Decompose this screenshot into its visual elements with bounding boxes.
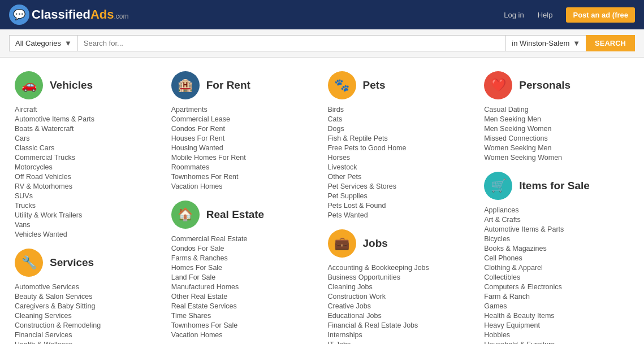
category-link[interactable]: Condos For Rent — [171, 125, 225, 133]
category-link[interactable]: Livestock — [328, 163, 357, 171]
category-link[interactable]: Financial Services — [15, 331, 72, 339]
help-link[interactable]: Help — [538, 11, 553, 19]
category-link[interactable]: Aircraft — [15, 106, 37, 114]
category-link[interactable]: Missed Connections — [484, 134, 548, 142]
search-button[interactable]: SEARCH — [586, 35, 635, 51]
category-link[interactable]: Commercial Real Estate — [171, 235, 248, 243]
category-link[interactable]: Creative Jobs — [328, 302, 371, 310]
category-link[interactable]: Men Seeking Women — [484, 125, 551, 133]
category-link[interactable]: Men Seeking Men — [484, 115, 541, 123]
category-link[interactable]: Pet Services & Stores — [328, 182, 397, 190]
category-link[interactable]: Commercial Lease — [171, 115, 230, 123]
category-link[interactable]: Commercial Trucks — [15, 154, 75, 162]
category-link[interactable]: Heavy Equipment — [484, 321, 540, 329]
category-link[interactable]: Collectibles — [484, 273, 520, 281]
category-link[interactable]: Utility & Work Trailers — [15, 211, 82, 219]
category-link[interactable]: Bicycles — [484, 235, 510, 243]
category-link[interactable]: Townhomes For Rent — [171, 173, 239, 181]
category-link[interactable]: Clothing & Apparel — [484, 264, 543, 272]
category-link[interactable]: Financial & Real Estate Jobs — [328, 321, 418, 329]
category-link[interactable]: Birds — [328, 106, 344, 114]
category-link[interactable]: Land For Sale — [171, 273, 216, 281]
search-input[interactable] — [77, 35, 506, 51]
category-link[interactable]: Vans — [15, 221, 31, 229]
category-link[interactable]: Educational Jobs — [328, 312, 382, 320]
category-link[interactable]: Health & Beauty Items — [484, 312, 554, 320]
category-dropdown[interactable]: All Categories ▼ — [9, 35, 77, 51]
list-item: Creative Jobs — [328, 302, 473, 310]
category-link[interactable]: Mobile Homes For Rent — [171, 154, 246, 162]
category-link[interactable]: Time Shares — [171, 312, 211, 320]
category-link[interactable]: Construction & Remodeling — [15, 321, 101, 329]
category-link[interactable]: Classic Cars — [15, 144, 54, 152]
category-link[interactable]: Casual Dating — [484, 106, 529, 114]
category-link[interactable]: Cleaning Services — [15, 312, 72, 320]
category-link[interactable]: Horses — [328, 154, 351, 162]
category-link[interactable]: Pets Lost & Found — [328, 202, 386, 210]
list-item: Apartments — [171, 105, 317, 114]
login-link[interactable]: Log in — [504, 11, 524, 19]
category-link[interactable]: Women Seeking Women — [484, 154, 562, 162]
category-link[interactable]: Business Opportunities — [328, 273, 401, 281]
category-link[interactable]: Caregivers & Baby Sitting — [15, 302, 95, 310]
category-link[interactable]: Farms & Ranches — [171, 254, 228, 262]
category-link[interactable]: Automotive Services — [15, 283, 79, 291]
category-link[interactable]: Art & Crafts — [484, 216, 521, 224]
category-link[interactable]: Automotive Items & Parts — [484, 225, 564, 233]
category-link[interactable]: Roommates — [171, 163, 209, 171]
category-link[interactable]: Vacation Homes — [171, 331, 223, 339]
list-item: Cleaning Jobs — [328, 282, 473, 291]
category-link[interactable]: Other Real Estate — [171, 293, 227, 301]
category-link[interactable]: Cleaning Jobs — [328, 283, 373, 291]
category-link[interactable]: Cats — [328, 115, 343, 123]
category-link[interactable]: Automotive Items & Parts — [15, 115, 94, 123]
category-link[interactable]: Computers & Electronics — [484, 283, 562, 291]
category-link[interactable]: Cell Phones — [484, 254, 522, 262]
category-link[interactable]: Pet Supplies — [328, 192, 368, 200]
category-link[interactable]: Dogs — [328, 125, 344, 133]
category-link[interactable]: Beauty & Salon Services — [15, 293, 93, 301]
category-link[interactable]: Trucks — [15, 202, 36, 210]
category-link[interactable]: Hobbies — [484, 331, 510, 339]
category-link[interactable]: Fish & Reptile Pets — [328, 134, 388, 142]
category-link[interactable]: SUVs — [15, 192, 33, 200]
category-link[interactable]: RV & Motorhomes — [15, 182, 72, 190]
for-rent-header: 🏨 For Rent — [171, 71, 317, 99]
category-link[interactable]: Farm & Ranch — [484, 293, 530, 301]
category-link[interactable]: Household & Furniture — [484, 341, 555, 344]
category-link[interactable]: Housing Wanted — [171, 144, 223, 152]
category-link[interactable]: Boats & Watercraft — [15, 125, 74, 133]
category-link[interactable]: Vacation Homes — [171, 182, 223, 190]
category-link[interactable]: IT Jobs — [328, 341, 351, 344]
category-link[interactable]: Appliances — [484, 206, 518, 214]
location-dropdown[interactable]: in Winston-Salem ▼ — [505, 35, 586, 51]
category-link[interactable]: Motorcycles — [15, 163, 53, 171]
category-link[interactable]: Women Seeking Men — [484, 144, 551, 152]
list-item: Bicycles — [484, 234, 629, 243]
category-link[interactable]: Other Pets — [328, 173, 362, 181]
category-link[interactable]: Homes For Sale — [171, 264, 222, 272]
category-link[interactable]: Real Estate Services — [171, 302, 237, 310]
category-link[interactable]: Houses For Rent — [171, 134, 224, 142]
category-link[interactable]: Books & Magazines — [484, 245, 546, 252]
category-link[interactable]: Free Pets to Good Home — [328, 144, 407, 152]
category-link[interactable]: Manufactured Homes — [171, 283, 239, 291]
category-link[interactable]: Health & Wellness — [15, 341, 72, 344]
category-link[interactable]: Cars — [15, 134, 29, 142]
category-link[interactable]: Vehicles Wanted — [15, 230, 67, 238]
list-item: Pets Lost & Found — [328, 201, 473, 210]
category-link[interactable]: Internships — [328, 331, 362, 339]
list-item: Appliances — [484, 206, 629, 214]
category-link[interactable]: Condos For Sale — [171, 245, 224, 252]
category-link[interactable]: Games — [484, 302, 507, 310]
category-link[interactable]: Accounting & Bookkeeping Jobs — [328, 264, 429, 272]
category-link[interactable]: Apartments — [171, 106, 208, 114]
post-ad-link[interactable]: Post an ad (free — [566, 7, 635, 23]
category-link[interactable]: Off Road Vehicles — [15, 173, 71, 181]
category-link[interactable]: Construction Work — [328, 293, 386, 301]
column-1: 🚗 Vehicles AircraftAutomotive Items & Pa… — [9, 67, 166, 344]
category-link[interactable]: Townhomes For Sale — [171, 321, 237, 329]
list-item: Internships — [328, 330, 473, 339]
services-title: Services — [50, 256, 94, 269]
category-link[interactable]: Pets Wanted — [328, 211, 368, 219]
